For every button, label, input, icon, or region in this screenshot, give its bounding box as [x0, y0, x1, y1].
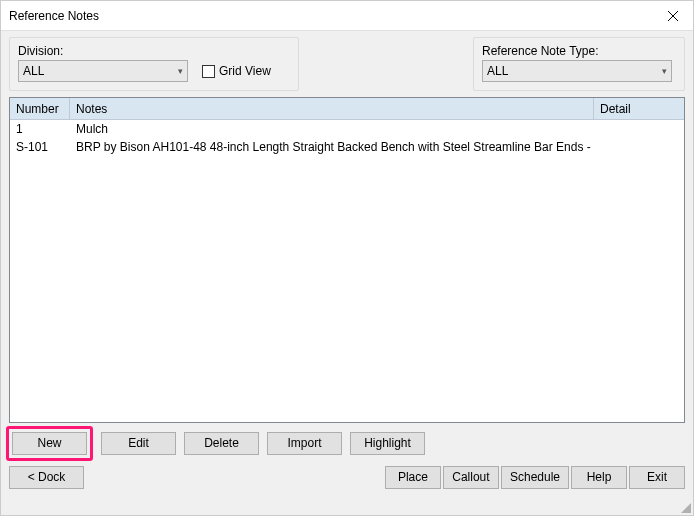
delete-button[interactable]: Delete	[184, 432, 259, 455]
highlight-button[interactable]: Highlight	[350, 432, 425, 455]
cell-notes: Mulch	[70, 122, 594, 136]
dock-button[interactable]: < Dock	[9, 466, 84, 489]
window-title: Reference Notes	[9, 9, 99, 23]
exit-button[interactable]: Exit	[629, 466, 685, 489]
chevron-down-icon: ▾	[662, 61, 667, 81]
schedule-button[interactable]: Schedule	[501, 466, 569, 489]
checkbox-icon	[202, 65, 215, 78]
table-header: Number Notes Detail	[10, 98, 684, 120]
header-number[interactable]: Number	[10, 98, 70, 119]
reference-notes-window: Reference Notes Division: ALL ▾ Grid Vie…	[0, 0, 694, 516]
table-row[interactable]: S-101 BRP by Bison AH101-48 48-inch Leng…	[10, 138, 684, 156]
place-button[interactable]: Place	[385, 466, 441, 489]
table-row[interactable]: 1 Mulch	[10, 120, 684, 138]
division-value: ALL	[23, 61, 44, 81]
content-area: Division: ALL ▾ Grid View Reference Note…	[1, 31, 693, 515]
bottom-right-buttons: Place Callout Schedule Help Exit	[385, 466, 685, 489]
division-group: Division: ALL ▾ Grid View	[9, 37, 299, 91]
header-detail[interactable]: Detail	[594, 98, 684, 119]
import-button[interactable]: Import	[267, 432, 342, 455]
top-controls: Division: ALL ▾ Grid View Reference Note…	[9, 37, 685, 91]
grid-view-label: Grid View	[219, 64, 271, 78]
cell-notes: BRP by Bison AH101-48 48-inch Length Str…	[70, 140, 594, 154]
bottom-buttons-row: < Dock Place Callout Schedule Help Exit	[9, 463, 685, 491]
close-button[interactable]	[653, 1, 693, 30]
titlebar: Reference Notes	[1, 1, 693, 31]
cell-number: 1	[10, 122, 70, 136]
ref-type-select[interactable]: ALL ▾	[482, 60, 672, 82]
resize-grip[interactable]	[679, 501, 691, 513]
new-button[interactable]: New	[12, 432, 87, 455]
new-button-highlight: New	[6, 426, 93, 461]
ref-type-group: Reference Note Type: ALL ▾	[473, 37, 685, 91]
ref-type-value: ALL	[487, 61, 508, 81]
action-buttons-row: New Edit Delete Import Highlight	[9, 429, 685, 457]
grid-view-checkbox[interactable]: Grid View	[202, 60, 271, 82]
division-select[interactable]: ALL ▾	[18, 60, 188, 82]
notes-table: Number Notes Detail 1 Mulch S-101 BRP by…	[9, 97, 685, 423]
callout-button[interactable]: Callout	[443, 466, 499, 489]
cell-number: S-101	[10, 140, 70, 154]
division-label: Division:	[18, 44, 188, 58]
chevron-down-icon: ▾	[178, 61, 183, 81]
edit-button[interactable]: Edit	[101, 432, 176, 455]
header-notes[interactable]: Notes	[70, 98, 594, 119]
help-button[interactable]: Help	[571, 466, 627, 489]
ref-type-label: Reference Note Type:	[482, 44, 676, 58]
close-icon	[668, 11, 678, 21]
